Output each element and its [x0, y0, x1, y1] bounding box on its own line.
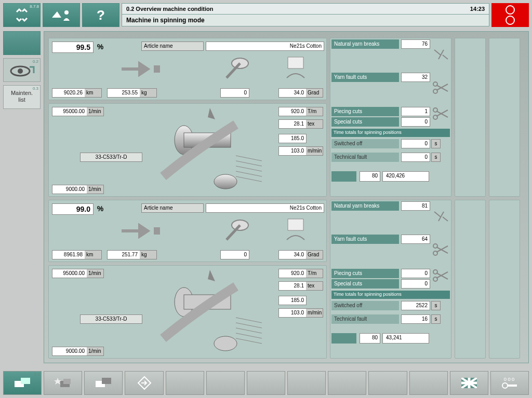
footer-btn-5[interactable]: [166, 371, 204, 395]
svg-line-10: [236, 166, 262, 171]
km-unit: km: [85, 251, 101, 259]
alarm-lamp-icon: [506, 16, 515, 25]
tf-unit: s: [431, 314, 441, 324]
sw-value: 2522: [401, 301, 430, 310]
svg-marker-33: [54, 378, 61, 385]
eye-icon: [9, 63, 35, 78]
sum-a: 80: [360, 333, 380, 344]
tex-unit: tex: [306, 282, 323, 290]
footer-btn-9[interactable]: [328, 371, 366, 395]
rotor1-value: 95000.00: [52, 107, 87, 116]
kg-unit: kg: [140, 251, 156, 259]
efficiency-unit: %: [95, 203, 106, 215]
operator-icon: [51, 8, 72, 22]
aux-panel-1: [455, 38, 486, 197]
yfc-label: Yarn fault cuts: [331, 235, 399, 244]
key-icon: [502, 382, 517, 389]
alarm-lamp-icon: [506, 5, 515, 15]
efficiency-unit: %: [95, 42, 106, 53]
enter-icon: [137, 376, 152, 390]
tm-unit: T/m: [306, 269, 323, 278]
footer-btn-8[interactable]: [287, 371, 326, 395]
footer-btn-enter[interactable]: [125, 371, 163, 395]
nat-break-value: 76: [401, 39, 430, 49]
sc-value: 0: [401, 279, 430, 289]
help-button[interactable]: ?: [82, 3, 119, 27]
sidebar-item-blank[interactable]: [3, 31, 41, 55]
footer-btn-11[interactable]: [409, 371, 448, 395]
star-screens-icon: [54, 377, 72, 389]
alarm-indicator[interactable]: [491, 3, 529, 27]
sw-label: Switched off: [331, 301, 399, 310]
title-bar: 0.2 Overview machine condition 14:23 Mac…: [122, 3, 489, 27]
rotor2-value: 9000.00: [52, 185, 87, 194]
svg-point-21: [214, 336, 237, 351]
rotor1-unit: 1/min: [87, 107, 103, 116]
sidebar-item-maintenance[interactable]: 0.3 Mainten. list: [3, 85, 41, 109]
svg-rect-37: [102, 378, 111, 384]
flag-icon: [461, 378, 477, 388]
wheel-icon: [220, 216, 257, 242]
mmin-value: 103.0: [279, 147, 306, 155]
statistics-panel: Natural yarn breaks 81 Yarn fault cuts 6…: [330, 200, 451, 359]
grad-value: 34.0: [279, 251, 306, 259]
svg-rect-32: [21, 378, 30, 384]
mmin-unit: m/min: [306, 309, 323, 317]
key-label: ooo: [502, 376, 517, 382]
pc-value: 1: [401, 107, 430, 116]
footer-btn-key[interactable]: ooo: [490, 371, 529, 395]
footer-btn-7[interactable]: [247, 371, 285, 395]
article-label: Article name: [142, 204, 203, 212]
bobbin-icon: [283, 217, 309, 242]
footer-btn-10[interactable]: [368, 371, 407, 395]
svg-rect-17: [154, 227, 160, 235]
mmin-unit: m/min: [306, 147, 323, 155]
footer-btn-screens[interactable]: 0.1: [3, 371, 42, 395]
tex-value: 28.1: [279, 120, 306, 128]
machine-panel: 95000.001/min 33-C533/Tr-D 9000.001/min …: [48, 103, 327, 197]
grad-value: 34.0: [279, 89, 306, 97]
pc-label: Piecing cuts: [331, 269, 399, 278]
sidebar-label: list: [18, 97, 25, 103]
svg-rect-3: [154, 65, 160, 73]
kg-value: 251.77: [108, 251, 140, 259]
sidebar-tag: 0.3: [33, 86, 38, 91]
footer-btn-display[interactable]: [84, 371, 123, 395]
nat-break-value: 81: [401, 201, 430, 211]
arrow-right-icon: [116, 223, 163, 239]
article-panel: 99.5 % Article name Ne21s Cotton: [48, 38, 327, 100]
svg-point-7: [214, 174, 237, 189]
operator-button[interactable]: [43, 3, 80, 27]
svg-line-24: [236, 328, 262, 333]
sum-b: 420,426: [382, 171, 429, 182]
rotor2-value: 9000.00: [52, 347, 87, 355]
recycle-icon: [14, 7, 30, 23]
kg-value: 253.55: [108, 89, 140, 97]
v1-value: 185.0: [279, 296, 306, 305]
footer-btn-fav[interactable]: [44, 371, 82, 395]
recycle-button[interactable]: 8.7.8: [3, 3, 41, 27]
break-icon: [432, 210, 450, 223]
tf-value: 0: [401, 153, 430, 162]
aux-panel-2: [489, 38, 520, 197]
svg-line-12: [236, 176, 262, 182]
sidebar-tag: 0.2: [33, 59, 38, 64]
tf-value: 16: [401, 314, 430, 324]
tm-unit: T/m: [306, 107, 323, 116]
screens2-icon: [95, 377, 112, 389]
machine-panel: 95000.001/min 33-C533/Tr-D 9000.001/min …: [48, 265, 327, 359]
svg-line-25: [236, 333, 262, 338]
time-totals-header: Time totals for spinning positions: [331, 129, 450, 137]
footer-btn-6[interactable]: [206, 371, 245, 395]
statistics-panel: Natural yarn breaks 76 Yarn fault cuts 3…: [330, 38, 451, 197]
clock: 14:23: [470, 6, 485, 12]
footer-btn-lang[interactable]: [450, 371, 488, 395]
scissors-icon: [432, 107, 450, 120]
svg-line-22: [236, 318, 262, 323]
nat-break-label: Natural yarn breaks: [331, 39, 399, 49]
tf-label: Technical fault: [331, 153, 399, 162]
sw-value: 0: [401, 139, 430, 148]
tex-value: 28.1: [279, 282, 306, 290]
aux-panel-2: [489, 200, 520, 359]
sidebar-item-overview[interactable]: 0.2: [3, 58, 41, 82]
